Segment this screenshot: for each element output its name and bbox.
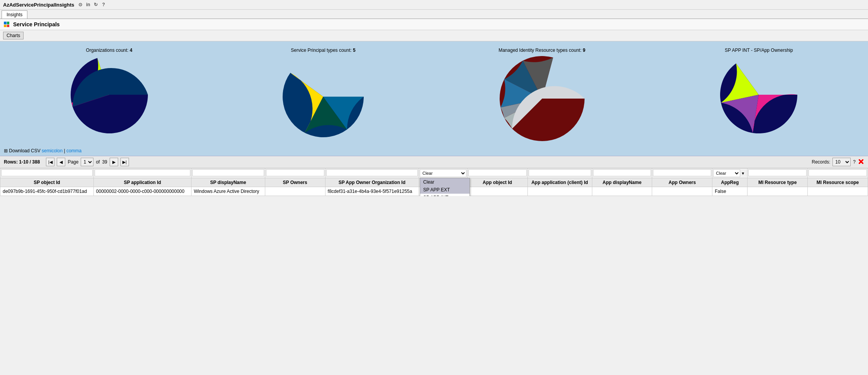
cell-sp-object-id: de097b9b-1691-45fc-950f-cd1b977f01ad [0, 187, 94, 196]
filter-col12 [748, 169, 808, 178]
chart-sp-ownership-svg[interactable] [720, 56, 797, 133]
th-sp-object-id: SP object Id [0, 178, 94, 187]
filter-input-sp-owners[interactable] [266, 169, 324, 176]
filter-col13 [808, 169, 868, 178]
filter-input-sp-display-name[interactable] [192, 169, 264, 176]
last-page-button[interactable]: ▶| [120, 158, 129, 166]
cell-app-object-id [467, 187, 527, 196]
chart-org-count-svg[interactable] [71, 56, 148, 133]
cell-app-display-name [592, 187, 652, 196]
download-semicolon[interactable]: semicolon [42, 148, 63, 153]
page-label: Page [68, 159, 78, 165]
th-sp-app-id: SP application Id [93, 178, 191, 187]
type-dropdown-open: Clear SP APP EXT SP APP INT SP EXT [420, 178, 470, 196]
filter-col1 [0, 169, 94, 178]
chart-org-count-title: Organizations count: 4 [86, 48, 132, 53]
cell-sp-app-id: 00000002-0000-0000-c000-000000000000 [93, 187, 191, 196]
records-label: Records: [812, 159, 830, 165]
filter-col4 [265, 169, 325, 178]
chart-mi-resource-svg[interactable] [500, 56, 585, 141]
section-icon [4, 22, 9, 27]
first-page-button[interactable]: |◀ [46, 158, 54, 166]
cell-mi-resource-scope [808, 187, 868, 196]
tab-insights[interactable]: Insights [2, 10, 27, 19]
help-icon[interactable]: ? [100, 2, 107, 8]
filter-col6-dropdown: Clear SP APP EXT SP APP INT SP EXT Clear… [419, 169, 468, 178]
filter-input-app-app-id[interactable] [529, 169, 591, 176]
rows-info: Rows: 1-10 / 388 [4, 159, 40, 165]
filter-col8 [527, 169, 592, 178]
cell-sp-owners [265, 187, 325, 196]
th-app-display-name: App displayName [592, 178, 652, 187]
chart-sp-types-title: Service Principal types count: 5 [291, 48, 355, 53]
charts-tab[interactable]: Charts [3, 32, 24, 39]
filter-select-type[interactable]: Clear SP APP EXT SP APP INT SP EXT [420, 169, 466, 177]
download-label: Download CSV [9, 148, 40, 153]
filter-col5 [325, 169, 419, 178]
chart-sp-types-svg[interactable] [283, 56, 364, 137]
appreg-dropdown-arrow[interactable]: ▼ [741, 171, 745, 176]
filter-input-app-object-id[interactable] [468, 169, 527, 176]
prev-page-button[interactable]: ◀ [57, 158, 65, 166]
dd-item-sp-app-ext[interactable]: SP APP EXT [420, 186, 470, 194]
linkedin-icon[interactable]: in [85, 2, 91, 8]
title-bar-icons: ⊙ in ↻ ? [77, 2, 107, 8]
chart-sp-types: Service Principal types count: 5 [283, 48, 364, 137]
filter-col7 [467, 169, 527, 178]
filter-col11: Clear ▼ [712, 169, 748, 178]
filter-input-sp-object-id[interactable] [1, 169, 93, 176]
th-app-app-id: App application (client) Id [527, 178, 592, 187]
title-bar: AzAdServicePrincipalInsights ⊙ in ↻ ? [0, 0, 868, 10]
of-label: of [96, 159, 100, 165]
chart-mi-resource-title: Managed Identity Resource types count: 9 [498, 48, 585, 53]
download-comma[interactable]: comma [66, 148, 81, 153]
records-select[interactable]: 10 25 50 100 [832, 158, 851, 166]
app-title: AzAdServicePrincipalInsights [3, 2, 74, 8]
th-sp-display-name: SP displayName [191, 178, 265, 187]
cell-sp-display-name: Windows Azure Active Directory [191, 187, 265, 196]
cell-mi-resource-type [748, 187, 808, 196]
filter-input-sp-app-id[interactable] [95, 169, 190, 176]
main-table: Clear SP APP EXT SP APP INT SP EXT Clear… [0, 168, 868, 196]
total-pages: 39 [102, 159, 107, 165]
dd-item-clear[interactable]: Clear [420, 178, 470, 186]
filter-input-mi-resource-type[interactable] [748, 169, 807, 176]
th-app-owners: App Owners [652, 178, 712, 187]
dd-item-sp-app-int[interactable]: SP APP INT [420, 194, 470, 196]
filter-input-sp-app-owner-org[interactable] [326, 169, 418, 176]
table-wrapper: Clear SP APP EXT SP APP INT SP EXT Clear… [0, 168, 868, 196]
filter-select-appreg[interactable]: Clear [713, 169, 740, 177]
th-app-object-id: App object Id [467, 178, 527, 187]
chart-sp-ownership: SP APP INT - SP/App Ownership [720, 48, 797, 133]
help-records-icon[interactable]: ? [853, 159, 856, 165]
next-page-button[interactable]: ▶ [110, 158, 118, 166]
filter-col2 [93, 169, 191, 178]
filter-col10 [652, 169, 712, 178]
filter-input-app-owners[interactable] [653, 169, 711, 176]
cell-app-owners [652, 187, 712, 196]
th-mi-resource-type: MI Resource type [748, 178, 808, 187]
th-appreg: AppReg [712, 178, 748, 187]
section-title: Service Principals [13, 21, 60, 27]
th-mi-resource-scope: MI Resource scope [808, 178, 868, 187]
filter-input-app-display-name[interactable] [593, 169, 651, 176]
section-header: Service Principals [0, 19, 868, 30]
download-icon: ⊞ [4, 148, 8, 153]
th-sp-owners: SP Owners [265, 178, 325, 187]
refresh-icon[interactable]: ↻ [93, 2, 99, 8]
charts-tab-bar: Charts [0, 30, 868, 41]
tab-bar: Insights [0, 10, 868, 19]
chart-mi-resource: Managed Identity Resource types count: 9 [498, 48, 585, 141]
page-select[interactable]: 1 [81, 158, 93, 166]
th-sp-app-owner-org: SP App Owner Organization Id [325, 178, 419, 187]
chart-org-count: Organizations count: 4 [71, 48, 148, 133]
charts-area: Organizations count: 4 Service Principal… [0, 41, 868, 146]
github-icon[interactable]: ⊙ [77, 2, 83, 8]
cell-app-app-id [527, 187, 592, 196]
filter-col9 [592, 169, 652, 178]
filter-input-mi-resource-scope[interactable] [809, 169, 867, 176]
pagination-bar: Rows: 1-10 / 388 |◀ ◀ Page 1 of 39 ▶ ▶| … [0, 156, 868, 168]
filter-row: Clear SP APP EXT SP APP INT SP EXT Clear… [0, 169, 868, 178]
clear-filters-icon[interactable]: 🗙 [858, 159, 864, 165]
cell-sp-app-owner-org: f8cdef31-a31e-4b4a-93e4-5f571e91255a [325, 187, 419, 196]
